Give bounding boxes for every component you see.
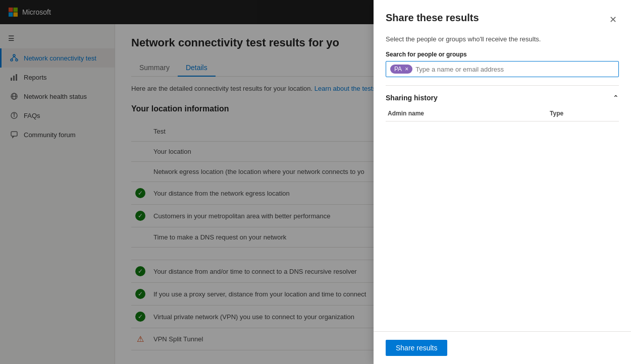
tag-pill: PA × bbox=[390, 65, 412, 74]
people-search-input[interactable] bbox=[415, 66, 614, 73]
sharing-history-title: Sharing history bbox=[386, 94, 438, 102]
search-label: Search for people or groups bbox=[386, 51, 619, 58]
history-table: Admin name Type bbox=[386, 106, 619, 122]
col-admin-name: Admin name bbox=[386, 106, 548, 122]
panel-subtitle: Select the people or groups who'll recei… bbox=[386, 35, 619, 43]
sharing-history-toggle[interactable]: Sharing history ⌃ bbox=[386, 85, 619, 106]
panel-header: Share these results ✕ bbox=[374, 0, 631, 35]
share-panel: Share these results ✕ Select the people … bbox=[374, 0, 631, 364]
share-results-button[interactable]: Share results bbox=[386, 340, 447, 356]
panel-title: Share these results bbox=[386, 12, 479, 24]
search-box: PA × bbox=[386, 61, 619, 77]
close-button[interactable]: ✕ bbox=[607, 12, 619, 27]
panel-body: Select the people or groups who'll recei… bbox=[374, 35, 631, 331]
tag-initials: PA bbox=[394, 66, 402, 73]
collapse-icon: ⌃ bbox=[613, 94, 619, 102]
panel-footer: Share results bbox=[374, 331, 631, 364]
history-header-row: Admin name Type bbox=[386, 106, 619, 122]
tag-remove-button[interactable]: × bbox=[405, 66, 408, 73]
col-type: Type bbox=[548, 106, 619, 122]
